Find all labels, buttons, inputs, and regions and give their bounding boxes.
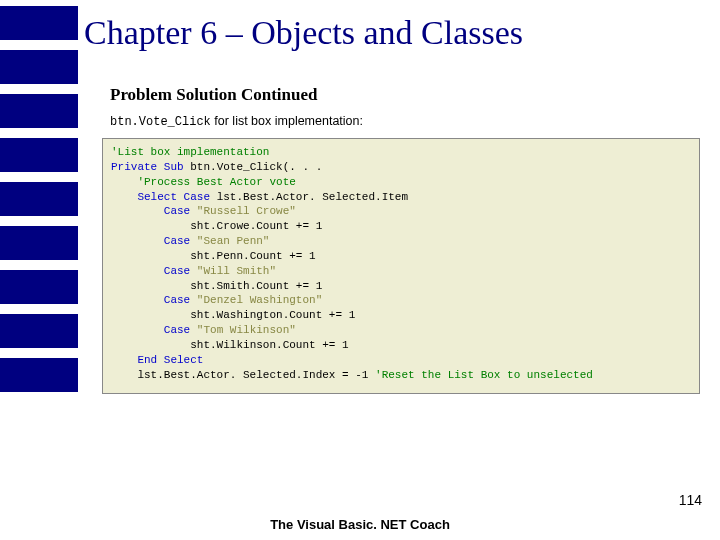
code-listing: 'List box implementation Private Sub btn… [102, 138, 700, 394]
code-identifier: btn.Vote_Click [110, 115, 211, 129]
chapter-title: Chapter 6 – Objects and Classes [84, 14, 523, 52]
footer-text: The Visual Basic. NET Coach [0, 517, 720, 532]
sidebar-stripes [0, 0, 78, 540]
section-subtitle: Problem Solution Continued [110, 85, 318, 105]
page-number: 114 [679, 492, 702, 508]
description-line: btn.Vote_Click for list box implementati… [110, 114, 363, 129]
description-text: for list box implementation: [211, 114, 363, 128]
